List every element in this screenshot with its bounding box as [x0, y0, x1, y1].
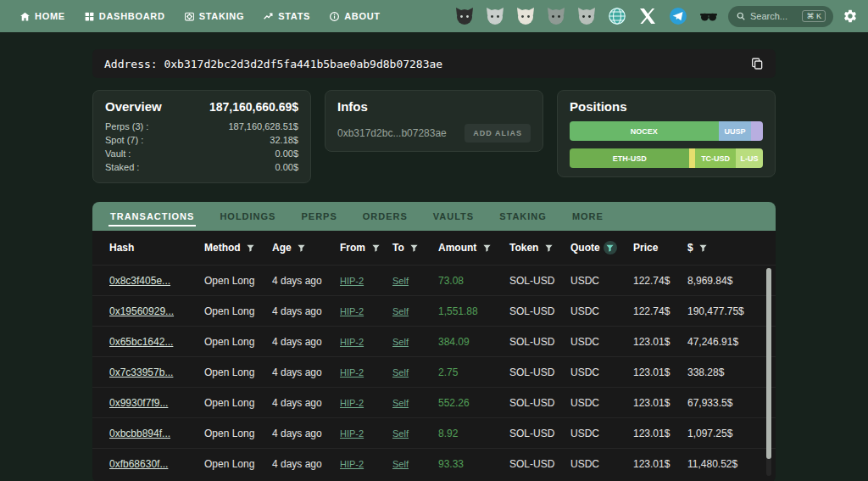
quote-cell: USDC — [570, 458, 599, 470]
tab-vaults[interactable]: VAULTS — [420, 202, 487, 231]
to-link[interactable]: Self — [392, 306, 409, 316]
mascot-1-icon[interactable] — [453, 6, 475, 27]
token-cell: SOL-USD — [509, 305, 554, 317]
column-header-token: Token — [509, 241, 570, 254]
x-icon[interactable] — [637, 6, 658, 27]
column-label: Price — [633, 242, 658, 254]
to-filter-icon[interactable] — [408, 241, 421, 254]
dashboard-icon — [84, 11, 95, 22]
method-cell: Open Long — [204, 336, 254, 348]
table-row: 0x9930f7f9...Open Long4 days agoHIP-2Sel… — [92, 387, 776, 417]
overview-row-value: 32.18$ — [270, 133, 298, 147]
mascot-4-icon[interactable] — [545, 6, 566, 27]
from-link[interactable]: HIP-2 — [340, 306, 364, 316]
search-icon — [736, 11, 746, 21]
hash-link[interactable]: 0x19560929... — [109, 305, 174, 317]
price-cell: 123.01$ — [633, 397, 670, 409]
glasses-icon[interactable] — [698, 6, 719, 27]
position-segment[interactable]: UUSP — [719, 121, 752, 141]
hash-link[interactable]: 0x8c3f405e... — [109, 275, 170, 287]
nav-item-home[interactable]: HOME — [10, 0, 75, 32]
hash-link[interactable]: 0x9930f7f9... — [109, 397, 168, 409]
method-cell: Open Long — [204, 397, 254, 409]
token-cell: SOL-USD — [509, 336, 554, 348]
position-segment[interactable] — [689, 148, 695, 168]
token-filter-icon[interactable] — [542, 241, 555, 254]
to-link[interactable]: Self — [392, 276, 409, 286]
to-link[interactable]: Self — [392, 367, 409, 378]
telegram-icon[interactable] — [667, 6, 688, 27]
overview-row: Vault :0.00$ — [105, 147, 298, 160]
from-link[interactable]: HIP-2 — [340, 367, 364, 378]
infos-address-short: 0xb317d2bc...b07283ae — [337, 127, 447, 139]
quote-cell: USDC — [570, 336, 599, 348]
age-cell: 4 days ago — [272, 275, 322, 287]
tab-orders[interactable]: ORDERS — [350, 202, 420, 231]
column-header-usd: $ — [687, 241, 738, 254]
nav-item-staking[interactable]: STAKING — [175, 0, 254, 32]
position-segment[interactable]: TC-USD — [695, 148, 736, 168]
position-segment[interactable]: ETH-USD — [570, 148, 689, 168]
search-box[interactable]: ⌘ K — [728, 6, 833, 27]
from-link[interactable]: HIP-2 — [340, 459, 364, 469]
method-cell: Open Long — [204, 458, 254, 470]
nav-item-dashboard[interactable]: DASHBOARD — [75, 0, 175, 32]
table-row: 0x19560929...Open Long4 days agoHIP-2Sel… — [92, 295, 776, 326]
nav-item-stats[interactable]: STATS — [253, 0, 320, 32]
overview-row: Spot (7) :32.18$ — [105, 133, 298, 147]
navbar: HOMEDASHBOARDSTAKINGSTATSABOUT ⌘ K — [0, 0, 868, 32]
quote-filter-icon[interactable] — [604, 241, 617, 254]
globe-icon[interactable] — [606, 6, 627, 27]
from-link[interactable]: HIP-2 — [340, 337, 364, 347]
age-cell: 4 days ago — [272, 428, 322, 439]
position-segment[interactable]: NOCEX — [570, 121, 719, 141]
mascot-3-icon[interactable] — [515, 6, 536, 27]
mascot-5-icon[interactable] — [576, 6, 597, 27]
quote-cell: USDC — [570, 397, 599, 409]
hash-link[interactable]: 0xfb68630f... — [109, 458, 168, 470]
table-row: 0xbcbb894f...Open Long4 days agoHIP-2Sel… — [92, 417, 776, 448]
token-cell: SOL-USD — [509, 366, 554, 378]
from-link[interactable]: HIP-2 — [340, 276, 364, 286]
to-link[interactable]: Self — [392, 428, 409, 439]
to-link[interactable]: Self — [392, 337, 409, 347]
tab-holdings[interactable]: HOLDINGS — [207, 202, 288, 231]
tab-transactions[interactable]: TRANSACTIONS — [97, 202, 207, 231]
position-bar: NOCEXUUSP — [570, 121, 763, 141]
usd-filter-icon[interactable] — [697, 241, 710, 254]
position-segment[interactable] — [751, 121, 763, 141]
token-cell: SOL-USD — [509, 428, 554, 439]
copy-address-button[interactable] — [750, 57, 764, 70]
settings-gear-icon[interactable] — [843, 8, 858, 24]
quote-cell: USDC — [570, 275, 599, 287]
age-filter-icon[interactable] — [295, 241, 309, 254]
to-link[interactable]: Self — [392, 398, 409, 408]
price-cell: 123.01$ — [633, 366, 670, 378]
search-shortcut: ⌘ K — [802, 10, 826, 22]
from-link[interactable]: HIP-2 — [340, 428, 364, 439]
add-alias-button[interactable]: ADD ALIAS — [465, 124, 531, 143]
hash-link[interactable]: 0x65bc1642... — [109, 336, 173, 348]
address-bar: Address: 0xb317d2bc2d3d2df5fa441b5bae0ab… — [92, 49, 776, 78]
method-cell: Open Long — [204, 428, 254, 439]
tab-more[interactable]: MORE — [559, 202, 616, 231]
from-link[interactable]: HIP-2 — [340, 398, 364, 408]
main-content: Address: 0xb317d2bc2d3d2df5fa441b5bae0ab… — [92, 49, 776, 481]
method-filter-icon[interactable] — [244, 241, 258, 254]
amount-filter-icon[interactable] — [480, 241, 493, 254]
to-link[interactable]: Self — [392, 459, 409, 469]
tab-perps[interactable]: PERPS — [288, 202, 349, 231]
position-segment[interactable]: L-US — [736, 148, 763, 168]
scrollbar-thumb[interactable] — [766, 268, 771, 459]
hash-link[interactable]: 0x7c33957b... — [109, 366, 173, 378]
column-header-to: To — [392, 241, 438, 254]
mascot-2-icon[interactable] — [484, 6, 505, 27]
nav-right: ⌘ K — [453, 6, 858, 27]
tab-staking[interactable]: STAKING — [487, 202, 559, 231]
age-cell: 4 days ago — [272, 458, 322, 470]
nav-item-about[interactable]: ABOUT — [320, 0, 390, 32]
table-scrollbar — [766, 268, 771, 476]
search-input[interactable] — [750, 11, 794, 21]
from-filter-icon[interactable] — [369, 241, 382, 254]
hash-link[interactable]: 0xbcbb894f... — [109, 428, 170, 439]
